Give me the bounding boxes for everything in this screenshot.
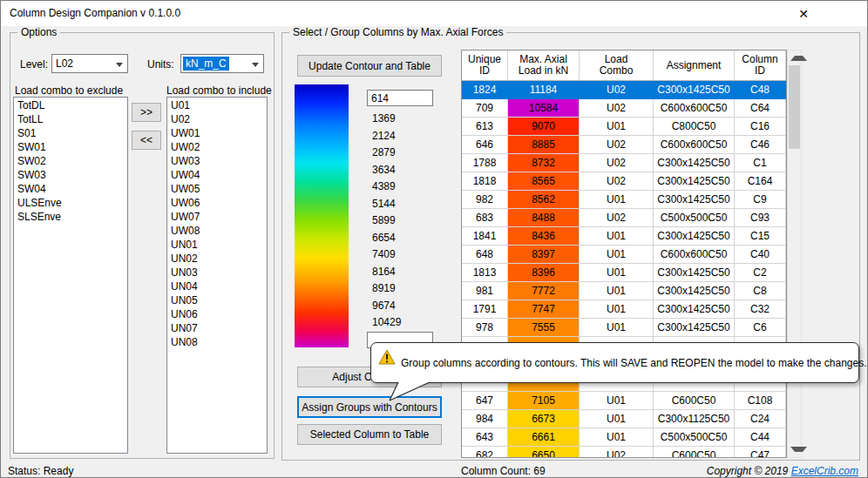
exclude-list-item[interactable]: TotLL	[14, 112, 127, 126]
include-list-item[interactable]: UW07	[167, 210, 267, 224]
include-list-item[interactable]: UW02	[167, 140, 267, 154]
exclude-list-item[interactable]: SW04	[14, 182, 127, 196]
selected-column-button[interactable]: Selected Column to Table	[297, 424, 442, 445]
table-cell: C6	[735, 319, 786, 337]
contour-tick-value: 8919	[372, 280, 442, 298]
table-cell: C32	[735, 300, 786, 319]
table-cell: 682	[462, 447, 508, 458]
units-value: kN_m_C	[183, 57, 229, 71]
scroll-up-icon[interactable]	[790, 56, 807, 61]
table-row[interactable]: 70910584U02C600x600C50C64	[462, 99, 786, 118]
include-list-item[interactable]: UN08	[167, 335, 267, 349]
include-list-item[interactable]: U01	[167, 98, 267, 112]
include-list-label: Load combo to include	[166, 84, 272, 97]
table-row[interactable]: 17917747U01C300x1425C50C32	[462, 300, 786, 319]
include-list-item[interactable]: UW03	[167, 154, 267, 168]
exclude-list-item[interactable]: ULSEnve	[14, 196, 127, 210]
contour-min-input[interactable]	[367, 90, 433, 106]
table-cell: 8885	[508, 136, 580, 154]
table-cell: C300x1425C50	[654, 282, 735, 300]
table-row[interactable]: 9828562U01C300x1425C50C9	[462, 191, 786, 209]
move-to-include-button[interactable]: >>	[132, 103, 161, 122]
include-list-item[interactable]: UN03	[167, 266, 267, 279]
contour-tick-value: 2124	[372, 128, 442, 145]
contour-tick-value: 4389	[372, 178, 442, 196]
table-cell: 7105	[508, 392, 580, 410]
include-list-item[interactable]: UW04	[167, 168, 267, 182]
table-cell: C500x500C50	[654, 428, 735, 447]
table-cell: 8397	[508, 246, 580, 264]
include-list-item[interactable]: UN07	[167, 321, 267, 335]
chevron-down-icon[interactable]	[248, 55, 263, 72]
table-row[interactable]: 182411184U02C300x1425C50C48	[462, 81, 786, 99]
table-cell: 1813	[462, 264, 508, 282]
exclude-listbox[interactable]: TotDLTotLLS01SW01SW02SW03SW04ULSEnveSLSE…	[13, 97, 128, 454]
exclude-list-item[interactable]: S01	[14, 126, 127, 140]
exclude-list-item[interactable]: TotDL	[14, 98, 127, 112]
table-cell: U01	[580, 410, 654, 428]
table-row[interactable]: 6838488U02C500x500C50C93	[462, 209, 786, 227]
table-cell: 6673	[508, 410, 580, 428]
table-row[interactable]: 17888732U02C300x1425C50C1	[462, 154, 786, 172]
contour-tick-value: 6654	[372, 230, 442, 247]
move-to-exclude-button[interactable]: <<	[132, 131, 161, 150]
table-row[interactable]: 6468885U02C600x600C50C46	[462, 136, 786, 154]
units-combobox[interactable]: kN_m_C	[180, 54, 264, 73]
chevron-down-icon[interactable]	[112, 55, 127, 72]
table-row[interactable]: 18188565U02C300x1425C50C164	[462, 172, 786, 191]
include-list-item[interactable]: UN01	[167, 238, 267, 252]
exclude-list-item[interactable]: SW01	[14, 140, 127, 154]
table-row[interactable]: 6139070U01C800C50C16	[462, 118, 786, 136]
table-header-cell[interactable]: Max. Axial Load in kN	[508, 50, 580, 80]
table-cell: 7747	[508, 300, 580, 319]
table-row[interactable]: 6826650U02C600C50C47	[462, 447, 786, 458]
include-list-item[interactable]: UW08	[167, 224, 267, 238]
include-listbox[interactable]: U01U02UW01UW02UW03UW04UW05UW06UW07UW08UN…	[166, 97, 268, 454]
level-combobox[interactable]: L02	[51, 54, 128, 73]
table-cell: C1	[735, 154, 786, 172]
scrollbar-thumb[interactable]	[789, 65, 800, 149]
table-cell: C600x600C50	[654, 99, 735, 118]
table-cell: C300x1425C50	[654, 300, 735, 319]
exclude-list-item[interactable]: SW02	[14, 154, 127, 168]
table-scrollbar[interactable]	[787, 50, 802, 458]
include-list-item[interactable]: UN06	[167, 307, 267, 321]
table-cell: 9070	[508, 118, 580, 136]
include-list-item[interactable]: UN02	[167, 252, 267, 266]
table-header-cell[interactable]: Assignment	[654, 50, 735, 80]
table-cell: C300x1425C50	[654, 81, 735, 99]
table-cell: C300x1125C50	[654, 410, 735, 428]
scroll-down-icon[interactable]	[790, 447, 807, 452]
table-cell: 11184	[508, 81, 580, 99]
table-row[interactable]: 9787555U01C300x1425C50C6	[462, 319, 786, 337]
include-list-item[interactable]: UW01	[167, 126, 267, 140]
include-list-item[interactable]: UW05	[167, 182, 267, 196]
contour-tick-list: 1369212428793634438951445899665474098164…	[372, 111, 442, 332]
exclude-list-item[interactable]: SW03	[14, 168, 127, 182]
table-row[interactable]: 18418436U01C300x1425C50C15	[462, 227, 786, 246]
table-header-cell[interactable]: Unique ID	[462, 50, 508, 80]
exclude-list-item[interactable]: SLSEnve	[14, 210, 127, 224]
column-table[interactable]: Unique IDMax. Axial Load in kNLoad Combo…	[461, 50, 787, 458]
table-cell: C300x1425C50	[654, 264, 735, 282]
table-row[interactable]: 6488397U01C600x600C50C40	[462, 246, 786, 264]
update-contour-button[interactable]: Update Contour and Table	[297, 55, 442, 77]
close-icon[interactable]: ✕	[788, 4, 819, 24]
table-row[interactable]: 6477105U01C600C50C108	[462, 392, 786, 410]
table-cell: C500x500C50	[654, 209, 735, 227]
include-list-item[interactable]: U02	[167, 112, 267, 126]
table-cell: U02	[580, 136, 654, 154]
include-list-item[interactable]: UW06	[167, 196, 267, 210]
table-header-cell[interactable]: Load Combo	[580, 50, 654, 80]
table-row[interactable]: 6436661U01C500x500C50C44	[462, 428, 786, 447]
table-cell: C8	[735, 282, 786, 300]
table-row[interactable]: 9846673U01C300x1125C50C24	[462, 410, 786, 428]
table-cell: 981	[462, 282, 508, 300]
excelcrib-link[interactable]: ExcelCrib.com	[791, 465, 858, 477]
table-row[interactable]: 18138396U01C300x1425C50C2	[462, 264, 786, 282]
table-header-cell[interactable]: Column ID	[735, 50, 786, 80]
include-list-item[interactable]: UN04	[167, 279, 267, 293]
table-cell: 1824	[462, 81, 508, 99]
include-list-item[interactable]: UN05	[167, 293, 267, 307]
table-row[interactable]: 9817772U01C300x1425C50C8	[462, 282, 786, 300]
